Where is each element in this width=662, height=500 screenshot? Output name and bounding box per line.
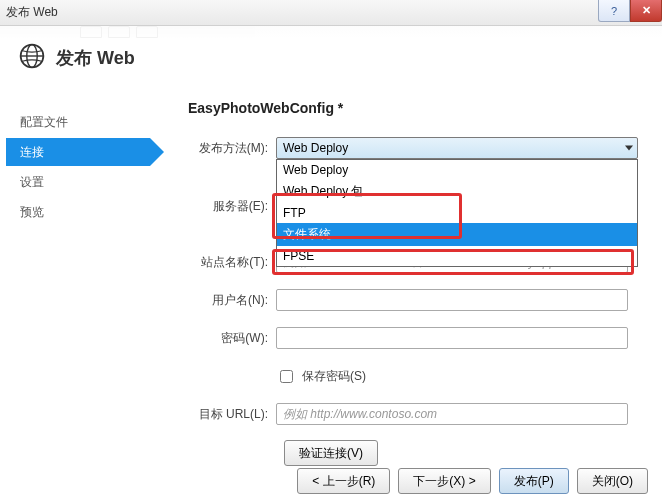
nav-profile[interactable]: 配置文件: [6, 108, 150, 136]
window-title: 发布 Web: [6, 4, 58, 21]
wizard-footer: < 上一步(R) 下一步(X) > 发布(P) 关闭(O): [297, 468, 648, 494]
row-publish-method: 发布方法(M): Web Deploy Web Deploy Web Deplo…: [188, 136, 638, 160]
dialog-body: 配置文件 连接 设置 预览 EasyPhotoWebConfig * 发布方法(…: [0, 88, 662, 480]
label-site-name: 站点名称(T):: [188, 254, 276, 271]
profile-name: EasyPhotoWebConfig *: [188, 100, 638, 116]
option-file-system[interactable]: 文件系统: [277, 223, 637, 246]
label-username: 用户名(N):: [188, 292, 276, 309]
dest-url-input[interactable]: [276, 403, 628, 425]
form-panel: EasyPhotoWebConfig * 发布方法(M): Web Deploy…: [150, 88, 662, 480]
row-dest-url: 目标 URL(L):: [188, 402, 638, 426]
background-tab-strip: [0, 26, 662, 38]
password-input[interactable]: [276, 327, 628, 349]
nav-label: 连接: [20, 144, 44, 161]
option-web-deploy[interactable]: Web Deploy: [277, 160, 637, 180]
nav-label: 预览: [20, 204, 44, 221]
publish-method-combo[interactable]: Web Deploy: [276, 137, 638, 159]
save-password-checkbox[interactable]: [280, 370, 293, 383]
row-username: 用户名(N):: [188, 288, 638, 312]
label-server: 服务器(E):: [188, 198, 276, 215]
label-password: 密码(W):: [188, 330, 276, 347]
row-validate: 验证连接(V): [188, 440, 638, 466]
nav-preview[interactable]: 预览: [6, 198, 150, 226]
label-publish-method: 发布方法(M):: [188, 140, 276, 157]
nav-connection[interactable]: 连接: [6, 138, 150, 166]
help-button[interactable]: ?: [598, 0, 630, 22]
dialog-title: 发布 Web: [56, 46, 135, 70]
row-save-password: 保存密码(S): [188, 364, 638, 388]
wizard-sidebar: 配置文件 连接 设置 预览: [0, 88, 150, 480]
next-button[interactable]: 下一步(X) >: [398, 468, 490, 494]
label-dest-url: 目标 URL(L):: [188, 406, 276, 423]
close-button-footer[interactable]: 关闭(O): [577, 468, 648, 494]
nav-settings[interactable]: 设置: [6, 168, 150, 196]
row-password: 密码(W):: [188, 326, 638, 350]
close-button[interactable]: ✕: [630, 0, 662, 22]
username-input[interactable]: [276, 289, 628, 311]
option-web-deploy-package[interactable]: Web Deploy 包: [277, 180, 637, 203]
chevron-down-icon: [625, 146, 633, 151]
publish-method-dropdown: Web Deploy Web Deploy 包 FTP 文件系统 FPSE: [276, 159, 638, 267]
window-titlebar: 发布 Web ? ✕: [0, 0, 662, 26]
validate-connection-button[interactable]: 验证连接(V): [284, 440, 378, 466]
prev-button[interactable]: < 上一步(R): [297, 468, 390, 494]
nav-label: 配置文件: [20, 114, 68, 131]
option-ftp[interactable]: FTP: [277, 203, 637, 223]
globe-icon: [18, 42, 46, 74]
window-controls: ? ✕: [598, 0, 662, 24]
nav-label: 设置: [20, 174, 44, 191]
combo-selected-text: Web Deploy: [283, 141, 348, 155]
option-fpse[interactable]: FPSE: [277, 246, 637, 266]
publish-button[interactable]: 发布(P): [499, 468, 569, 494]
field-publish-method: Web Deploy Web Deploy Web Deploy 包 FTP 文…: [276, 137, 638, 159]
label-save-password: 保存密码(S): [302, 368, 366, 385]
